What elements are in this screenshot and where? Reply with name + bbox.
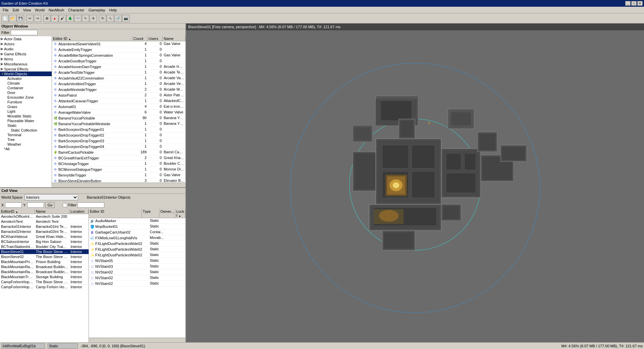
col-header-count[interactable]: Count — [132, 36, 148, 41]
menu-edit[interactable]: Edit — [11, 7, 21, 13]
toolbar-camera[interactable]: 📷 — [122, 15, 129, 22]
obj-row[interactable]: 🌿 BananaYuccaPickable 90 0 Banana Yucca — [52, 115, 185, 121]
obj-row[interactable]: ⚙ BCGreatKhanExitTrigger 2 0 Great Khan … — [52, 155, 185, 161]
tree-item-activator[interactable]: Activator — [0, 76, 52, 81]
obj-row[interactable]: ⚙ AbandonedSewerValve01 4 0 Gas Valve — [52, 41, 185, 47]
tree-item-all[interactable]: *All — [0, 147, 52, 151]
tree-item-container[interactable]: Container — [0, 86, 52, 90]
tree-item-static-collection[interactable]: Static Collection — [0, 128, 52, 133]
cell-row[interactable]: AerotechTent Aerotech Tent — [0, 219, 89, 224]
x-input[interactable] — [5, 202, 22, 208]
tree-item-furniture[interactable]: Furniture — [0, 100, 52, 104]
obj-hscroll[interactable] — [52, 183, 185, 187]
toolbar-undo[interactable]: ↩ — [26, 15, 34, 22]
tree-expand-icon[interactable]: ▶ — [1, 57, 4, 61]
toolbar-scale[interactable]: ⤡ — [107, 15, 114, 22]
co-row[interactable]: □ NVStain02 Static — [89, 275, 185, 281]
co-row[interactable]: □ NVStain05 Static — [89, 258, 185, 264]
obj-row[interactable]: ⚙ ArcadeVentibirdTrigger 1 0 Arcade Vent… — [52, 81, 185, 87]
tree-item-door[interactable]: Door — [0, 90, 52, 95]
tree-item-items[interactable]: ▶Items — [0, 56, 52, 61]
menu-gameplay[interactable]: Gameplay — [87, 7, 107, 13]
obj-row[interactable]: ⚙ AttackedCaravanTrigger 1 0 AttackedCar… — [52, 98, 185, 104]
co-row[interactable]: 🗑 GarbageCanUrban02 Contai... — [89, 230, 185, 235]
tree-expand-icon[interactable]: ▶ — [1, 62, 4, 66]
tree-item-placeable-water[interactable]: Placeable Water — [0, 118, 52, 123]
cell-row[interactable]: CampForlornHope01 The Bison Steve H... I… — [0, 280, 89, 285]
col-header-name[interactable]: Name — [163, 36, 185, 41]
tree-item-audio[interactable]: ▶Audio — [0, 46, 52, 51]
obj-row[interactable]: 🌿 BananaYuccaPickableWestside 1 0 Banana… — [52, 121, 185, 127]
obj-row[interactable]: ⚙ ArcadeTestSiteTrigger 1 0 Arcade Test … — [52, 70, 185, 76]
cl-col-location-header[interactable]: Location — [69, 209, 89, 214]
tree-expand-icon[interactable]: ▶ — [1, 37, 4, 41]
co-row[interactable]: ✨ FXLightDustParticlesWide02 Static — [89, 252, 185, 258]
co-col-lock-header[interactable]: Lock I ▲ — [175, 209, 185, 218]
toolbar-trees[interactable]: 🌲 — [66, 15, 74, 22]
cell-row[interactable]: BisonSteve01 The Bison Steve H... Interi… — [0, 249, 89, 254]
tree-item-static[interactable]: Static — [0, 123, 52, 128]
cell-row[interactable]: BCKhanHideout Great Khan Hideou... Inter… — [0, 234, 89, 239]
cell-row[interactable]: BlackMountainRadio2 Broadcast Building..… — [0, 269, 89, 275]
toolbar-paths[interactable]: 〰 — [74, 15, 82, 22]
obj-row[interactable]: ⚙ BCMonroeDialogueTrigger 1 0 Monroe Dia… — [52, 167, 185, 172]
tree-item-game-effects[interactable]: ▶Game Effects — [0, 51, 52, 56]
co-row[interactable]: □ NVStain02 Static — [89, 269, 185, 275]
toolbar-select[interactable]: ↖ — [82, 15, 89, 22]
cl-col-editor-header[interactable]: EditorID ▲ — [0, 209, 35, 214]
filter-checkbox[interactable] — [63, 203, 67, 207]
cell-row[interactable]: Barracks01Interior Barracks01Int Tem... … — [0, 224, 89, 229]
menu-file[interactable]: File — [1, 7, 11, 13]
obj-row[interactable]: ⚙ ArcadeWestsideTrigger 2 0 Arcade Wests… — [52, 87, 185, 93]
toolbar-new[interactable]: 📄 — [1, 15, 9, 22]
tree-expand-icon[interactable]: ▶ — [1, 47, 4, 51]
obj-row[interactable]: ⚙ ActivateEmilyTrigger 1 0 — [52, 47, 185, 53]
toolbar-paint[interactable]: 🖌 — [59, 15, 66, 22]
tree-expand-icon[interactable]: ▶ — [1, 67, 4, 71]
co-row[interactable]: 💨 FXMistLow01LongHallVis Movab... — [89, 235, 185, 241]
co-row[interactable]: □ NVStain03 Static — [89, 264, 185, 269]
toolbar-land[interactable]: ▲ — [51, 15, 58, 22]
obj-row[interactable]: ⚙ BarkScorpionDropTrigger03 1 0 — [52, 138, 185, 144]
menu-character[interactable]: Character — [66, 7, 86, 13]
co-row[interactable]: ✨ FXLightDustParticlesWide02 Static — [89, 241, 185, 247]
tree-expand-icon[interactable]: ▶ — [1, 52, 4, 56]
cv-filter-input[interactable] — [77, 202, 104, 208]
tree-item-encounter-zone[interactable]: Encounter Zone — [0, 95, 52, 100]
tree-item-grass[interactable]: Grass — [0, 104, 52, 109]
tree-item-special-effects[interactable]: ▶Special Effects — [0, 66, 52, 71]
toolbar-move[interactable]: ✛ — [90, 15, 97, 22]
tree-expand-icon[interactable]: ▼ — [1, 72, 4, 76]
tree-item-movable-static[interactable]: Movable Static — [0, 114, 52, 118]
maximize-button[interactable]: □ — [631, 1, 637, 6]
obj-row[interactable]: ⚙ ArcadeBitterSpringsConversation 1 0 Ga… — [52, 53, 185, 58]
cell-row[interactable]: CampForlornHope02 Camp Forlorn Hope ... … — [0, 285, 89, 290]
menu-view[interactable]: View — [21, 7, 33, 13]
cell-row[interactable]: BCSaloonInterior Big Hon Saloon Interior — [0, 239, 89, 244]
menu-world[interactable]: World — [33, 7, 47, 13]
toolbar-link[interactable]: 🔗 — [114, 15, 122, 22]
y-input[interactable] — [27, 202, 44, 208]
toolbar-grid[interactable]: ⊞ — [43, 15, 51, 22]
minimize-button[interactable]: _ — [625, 1, 631, 6]
tree-expand-icon[interactable]: ▶ — [1, 42, 4, 46]
toolbar-open[interactable]: 📂 — [9, 15, 16, 22]
obj-row[interactable]: ⚙ AverageWaterValve 6 0 Water Valve — [52, 110, 185, 115]
tree-item-light[interactable]: Light — [0, 109, 52, 114]
toolbar-rotate[interactable]: ↻ — [99, 15, 106, 22]
cell-row[interactable]: BlackMountainPrison Prison Building Inte… — [0, 259, 89, 264]
cell-row[interactable]: BlackMountainTreas... Storage Building I… — [0, 275, 89, 280]
tree-item-actors[interactable]: ▶Actors — [0, 41, 52, 46]
close-button[interactable]: ✕ — [637, 1, 643, 6]
obj-row[interactable]: ⚙ Automat01 4 0 Eat-o-tron 3000 — [52, 104, 185, 110]
co-row[interactable]: ✨ FXLightDustParticlesWide02 Static — [89, 247, 185, 252]
obj-row[interactable]: ⚙ ArcadeVault22Conversation 1 0 Arcade V… — [52, 76, 185, 81]
obj-row[interactable]: ⚙ BarkScorpionDropTrigger04 1 0 — [52, 144, 185, 150]
co-row[interactable]: □ NVStain02 Static — [89, 281, 185, 287]
co-col-owner-header[interactable]: Owner... — [159, 209, 175, 218]
obj-row[interactable]: ⚙ ArcadeGoodbyeTrigger 1 0 — [52, 58, 185, 64]
co-col-editor-header[interactable]: Editor ID — [89, 209, 142, 218]
obj-row[interactable]: ⚙ AstorPatrol 2 0 Astor Patrol Stop — [52, 93, 185, 98]
menu-help[interactable]: Help — [107, 7, 119, 13]
obj-row[interactable]: ⚙ BarkScorpionDropTrigger02 1 0 — [52, 133, 185, 138]
